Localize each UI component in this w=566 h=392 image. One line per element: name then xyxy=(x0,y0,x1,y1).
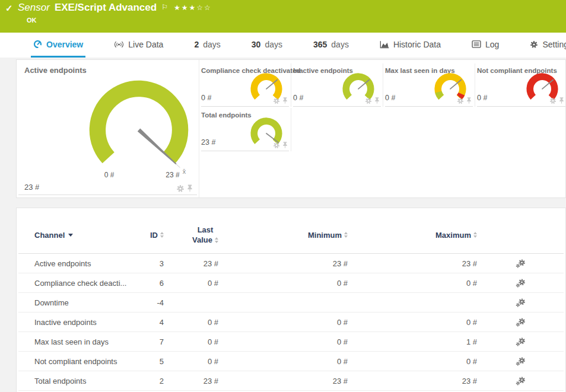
historic-data-icon xyxy=(380,40,389,49)
tab-label: Overview xyxy=(46,40,83,49)
log-icon xyxy=(472,40,481,48)
tab-30-days[interactable]: 30 days xyxy=(249,33,285,58)
panel-pin-icon[interactable] xyxy=(282,141,288,149)
panel-settings-icon[interactable] xyxy=(273,142,280,149)
channel-settings-icon[interactable] xyxy=(516,318,526,327)
channel-name: Not compliant endpoints xyxy=(18,357,138,366)
column-label: ID xyxy=(150,231,158,240)
tab-label: days xyxy=(331,40,349,49)
tab-label: Live Data xyxy=(128,40,163,49)
tab-log[interactable]: Log xyxy=(469,33,501,58)
channel-last-value: 0 # xyxy=(208,337,218,346)
gauge-value: 0 # xyxy=(293,94,303,102)
gauge-panel-total-endpoints: Total endpoints 23 # xyxy=(199,108,291,151)
panel-pin-icon[interactable] xyxy=(559,97,564,104)
panel-settings-icon[interactable] xyxy=(176,184,185,193)
channels-table-card: Channel ID Last Value Minimum Maximum xyxy=(16,208,566,392)
sensor-header: ✓ Sensor EXE/Script Advanced ⚐ ★★★☆☆ OK xyxy=(0,0,566,33)
channel-id: 5 xyxy=(160,357,164,366)
panel-pin-icon[interactable] xyxy=(187,184,193,193)
column-header-maximum[interactable]: Maximum xyxy=(435,231,477,240)
channel-maximum: 0 # xyxy=(466,279,477,288)
column-header-id[interactable]: ID xyxy=(150,231,164,240)
panel-settings-icon[interactable] xyxy=(365,97,372,104)
sort-icon xyxy=(160,232,164,238)
column-header-last-value[interactable]: Last Value xyxy=(192,225,218,245)
gauge-panel-not-compliant: Not compliant endpoints 0 # xyxy=(475,63,566,107)
gauges-card: Active endpoints x̄ 0 # 23 # 23 # xyxy=(16,59,566,198)
channel-maximum: 1 # xyxy=(466,337,477,346)
channel-settings-icon[interactable] xyxy=(516,377,526,385)
panel-divider xyxy=(385,106,473,107)
gauge-scale-max: 23 # xyxy=(158,171,187,179)
tab-live-data[interactable]: Live Data xyxy=(112,33,166,58)
channel-maximum: 23 # xyxy=(462,259,477,268)
tab-label: Log xyxy=(485,40,499,49)
live-data-icon xyxy=(114,40,124,49)
channel-name: Total endpoints xyxy=(18,377,138,385)
channel-last-value: 23 # xyxy=(203,259,218,268)
channel-id: 4 xyxy=(160,318,164,327)
panel-pin-icon[interactable] xyxy=(282,97,288,104)
small-gauges-grid: Compliance check deactivated 0 # xyxy=(199,60,565,197)
table-row: Active endpoints 3 23 # 23 # 23 # xyxy=(18,254,564,273)
tab-label: Historic Data xyxy=(393,40,441,49)
panel-settings-icon[interactable] xyxy=(273,97,280,104)
column-header-minimum[interactable]: Minimum xyxy=(308,231,348,240)
panel-settings-icon[interactable] xyxy=(457,97,464,104)
gauge-value: 23 # xyxy=(24,183,39,192)
channel-last-value: 0 # xyxy=(208,279,218,288)
channel-settings-icon[interactable] xyxy=(516,337,526,346)
gauge-value: 0 # xyxy=(201,94,211,102)
channel-last-value: 0 # xyxy=(208,357,218,366)
table-row: Total endpoints 2 23 # 23 # 23 # xyxy=(18,371,564,391)
priority-flag-icon[interactable]: ⚐ xyxy=(161,3,168,11)
table-row: Not compliant endpoints 5 0 # 0 # 0 # xyxy=(18,352,564,371)
channel-id: 2 xyxy=(160,377,164,385)
channel-minimum: 23 # xyxy=(333,377,348,385)
tab-number: 365 xyxy=(313,40,327,49)
gauge-icon xyxy=(33,40,42,49)
channel-minimum: 0 # xyxy=(337,279,348,288)
sensor-title-line: Sensor EXE/Script Advanced ⚐ ★★★☆☆ xyxy=(18,2,212,14)
tab-historic-data[interactable]: Historic Data xyxy=(377,33,443,58)
panel-divider xyxy=(477,106,565,107)
channel-settings-icon[interactable] xyxy=(516,259,526,268)
tab-label: days xyxy=(203,40,221,49)
channel-last-value: 0 # xyxy=(208,318,218,327)
column-label: Value xyxy=(192,235,212,245)
table-row: Inactive endpoints 4 0 # 0 # 0 # xyxy=(18,313,564,332)
tab-label: Settings xyxy=(542,40,566,49)
panel-pin-icon[interactable] xyxy=(466,97,472,104)
table-row: Max last seen in days 7 0 # 0 # 1 # xyxy=(18,332,564,352)
panel-divider xyxy=(293,106,381,107)
panel-settings-icon[interactable] xyxy=(549,97,557,104)
tab-365-days[interactable]: 365 days xyxy=(311,33,351,58)
column-label: Channel xyxy=(34,231,65,240)
sort-icon xyxy=(473,232,477,238)
gauge-panel-max-last-seen: Max last seen in days 0 # xyxy=(383,63,475,107)
channel-settings-icon[interactable] xyxy=(516,279,526,288)
panel-pin-icon[interactable] xyxy=(374,97,380,104)
table-row: Downtime -4 xyxy=(18,293,564,313)
tab-number: 2 xyxy=(194,40,199,49)
gauge-scale-min: 0 # xyxy=(96,171,123,179)
channel-maximum: 0 # xyxy=(466,357,477,366)
status-check-icon: ✓ xyxy=(5,3,13,14)
sort-icon xyxy=(215,237,218,243)
channel-name: Max last seen in days xyxy=(18,337,138,346)
sort-icon xyxy=(344,232,348,238)
tab-overview[interactable]: Overview xyxy=(31,33,85,58)
channel-name: Inactive endpoints xyxy=(18,318,138,327)
channel-id: -4 xyxy=(157,298,164,307)
column-label: Maximum xyxy=(435,231,471,240)
channel-settings-icon[interactable] xyxy=(516,357,526,366)
tab-label: days xyxy=(265,40,282,49)
tab-2-days[interactable]: 2 days xyxy=(192,33,222,58)
column-header-channel[interactable]: Channel xyxy=(18,231,138,240)
sort-desc-icon xyxy=(68,234,73,237)
gauge-title: Total endpoints xyxy=(201,111,252,119)
priority-stars[interactable]: ★★★☆☆ xyxy=(174,4,212,12)
tab-settings[interactable]: Settings xyxy=(527,33,566,58)
channel-settings-icon[interactable] xyxy=(516,298,526,307)
